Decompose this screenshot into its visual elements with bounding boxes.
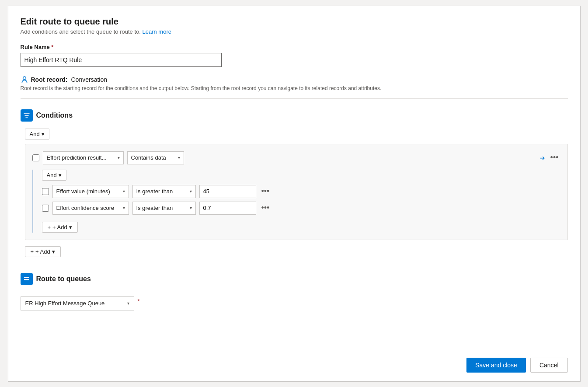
effort-value-row: Effort value (minutes) ▾ Is greater than… [42,185,560,198]
svg-rect-2 [24,279,29,280]
more-options-icon[interactable]: ••• [549,153,560,162]
page-title: Edit route to queue rule [21,17,568,27]
inner-and-dropdown-btn[interactable]: And ▾ [42,170,66,181]
and-chevron-icon: ▾ [42,131,45,137]
subtitle-text: Add conditions and select the queue to r… [21,28,568,35]
effort-conf-chevron-icon: ▾ [123,206,125,210]
effort-confidence-checkbox[interactable] [42,205,49,212]
contains-chevron-icon: ▾ [178,155,180,160]
outer-add-button[interactable]: + + Add ▾ [25,246,61,257]
root-record-desc: Root record is the starting record for t… [21,85,568,91]
effort-val-chevron-icon: ▾ [123,189,125,194]
svg-point-0 [23,77,26,80]
route-queues-title: Route to queues [36,275,91,283]
effort-confidence-operator-dropdown[interactable]: Is greater than ▾ [132,202,196,215]
cancel-button[interactable]: Cancel [530,358,568,373]
edit-rule-modal: Edit route to queue rule Add conditions … [8,6,581,382]
inner-add-chevron-icon: ▾ [69,224,72,230]
route-queues-section: Route to queues ER High Effort Message Q… [21,273,568,310]
queue-dropdown[interactable]: ER High Effort Message Queue ▾ [21,296,134,310]
route-queues-header: Route to queues [21,273,568,285]
effort-value-dropdown[interactable]: Effort value (minutes) ▾ [52,185,129,198]
route-queues-icon [21,273,33,285]
effort-prediction-dropdown[interactable]: Effort prediction result... ▾ [43,151,124,164]
root-record-icon [21,76,28,84]
effort-pred-chevron-icon: ▾ [118,155,120,160]
effort-value-checkbox[interactable] [42,188,49,195]
effort-confidence-row: Effort confidence score ▾ Is greater tha… [42,202,560,215]
and-dropdown-btn[interactable]: And ▾ [25,129,49,139]
conditions-area: And ▾ Effort prediction result... ▾ Cont… [21,129,568,257]
contains-data-dropdown[interactable]: Contains data ▾ [127,151,184,164]
save-and-close-button[interactable]: Save and close [466,358,526,373]
rule-name-input[interactable] [21,53,222,67]
effort-value-more-icon[interactable]: ••• [260,187,271,196]
rule-name-label: Rule Name * [21,44,568,50]
effort-value-operator-dropdown[interactable]: Is greater than ▾ [132,185,196,198]
conditions-section-header: Conditions [21,109,568,122]
is-greater-chevron-icon: ▾ [190,189,192,194]
effort-conf-more-icon[interactable]: ••• [260,203,271,213]
queue-selector-row: ER High Effort Message Queue ▾ * [21,292,568,310]
outer-add-chevron-icon: ▾ [52,248,55,255]
top-condition-row: Effort prediction result... ▾ Contains d… [32,151,560,164]
inner-and-wrapper: And ▾ [42,170,560,181]
inner-add-button[interactable]: + + Add ▾ [42,222,78,233]
footer-buttons: Save and close Cancel [466,358,567,373]
learn-more-link[interactable]: Learn more [143,28,171,35]
outer-add-plus: + [31,248,34,255]
effort-value-input[interactable] [199,185,256,198]
svg-rect-1 [24,277,29,278]
expand-icon[interactable]: ➔ [540,154,545,161]
root-record-section: Root record: Conversation Root record is… [21,76,568,99]
main-condition-block: Effort prediction result... ▾ Contains d… [25,144,568,240]
queue-chevron-icon: ▾ [127,301,129,306]
top-condition-checkbox[interactable] [32,154,39,161]
queue-required-star: * [138,298,140,304]
is-greater2-chevron-icon: ▾ [190,206,192,210]
conditions-section-icon [21,109,33,122]
effort-confidence-input[interactable] [199,202,256,215]
conditions-title: Conditions [36,112,73,119]
root-record-title: Root record: Conversation [21,76,568,84]
inner-and-chevron-icon: ▾ [59,172,62,178]
effort-confidence-dropdown[interactable]: Effort confidence score ▾ [52,202,129,215]
inner-add-plus: + [48,224,51,230]
inner-conditions: And ▾ Effort value (minutes) ▾ Is greate… [32,170,560,233]
